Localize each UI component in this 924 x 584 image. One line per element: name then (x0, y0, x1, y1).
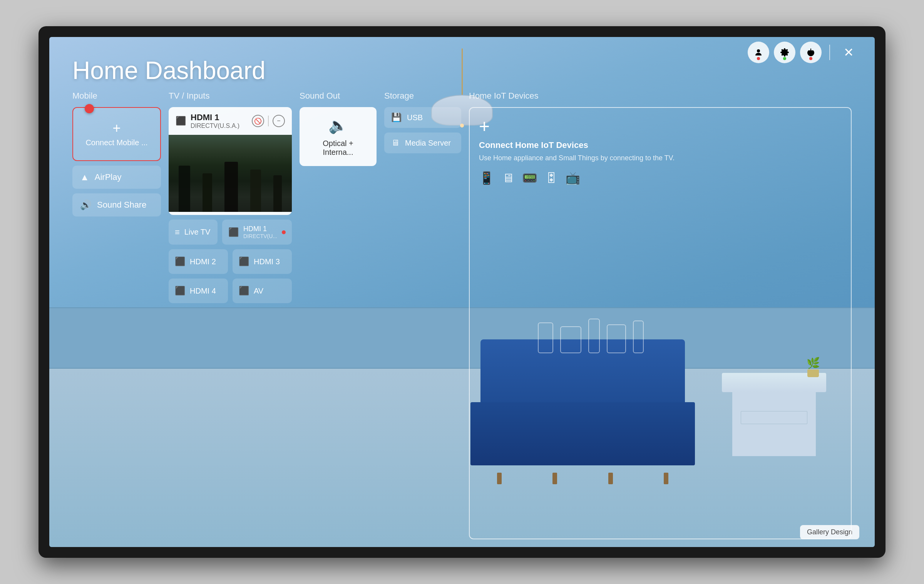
media-server-icon: 🖥 (391, 138, 400, 148)
top-icons-group: ✕ (748, 42, 859, 63)
profile-dot (757, 57, 760, 60)
dashboard-grid: Mobile + Connect Mobile ... ▲ AirPlay 🔊 … (72, 91, 852, 539)
hdmi1b-icon: ⬛ (228, 227, 239, 237)
media-server-item[interactable]: 🖥 Media Server (384, 133, 461, 153)
power-dot (809, 57, 812, 60)
gear-icon (780, 48, 789, 57)
page-title: Home Dashboard (72, 56, 266, 85)
sound-out-card[interactable]: 🔈 Optical + Interna... (300, 107, 377, 166)
close-button[interactable]: ✕ (838, 42, 859, 63)
divider (829, 45, 830, 60)
sound-share-label: Sound Share (97, 200, 146, 210)
hdmi1-title-area: ⬛ HDMI 1 DIRECTV(U.S.A.) (176, 112, 239, 129)
small-cards-row: ≡ Live TV ⬛ HDMI 1 DIRECTV(U... (169, 220, 292, 245)
iot-device-1: 📱 (479, 171, 494, 185)
sound-device-text: Optical + Interna... (309, 139, 367, 157)
iot-device-5: 📺 (565, 171, 581, 185)
cursor-dot (85, 104, 94, 113)
storage-label: Storage (384, 91, 461, 101)
power-button[interactable] (800, 42, 822, 63)
iot-column: Home IoT Devices + Connect Home IoT Devi… (469, 91, 852, 539)
airplay-icon: ▲ (80, 172, 89, 183)
storage-column: Storage 💾 USB 🖥 Media Server (384, 91, 461, 539)
usb-item[interactable]: 💾 USB (384, 107, 461, 128)
iot-plus-icon: + (479, 117, 842, 136)
hdmi4-av-row: ⬛ HDMI 4 ⬛ AV (169, 279, 292, 303)
tv-screen: 🌿 (49, 37, 875, 547)
iot-device-4: 🎛 (545, 171, 557, 185)
no-signal-icon[interactable]: 🚫 (252, 115, 264, 127)
power-icon (806, 48, 815, 57)
sound-out-label: Sound Out (300, 91, 377, 101)
action-divider (268, 116, 269, 126)
connect-mobile-card[interactable]: + Connect Mobile ... (72, 107, 161, 161)
sound-out-column: Sound Out 🔈 Optical + Interna... (300, 91, 377, 539)
av-label: AV (254, 287, 263, 295)
tv-inputs-label: TV / Inputs (169, 91, 292, 101)
settings-dot (783, 57, 786, 60)
hdmi1-sub: DIRECTV(U.S.A.) (191, 123, 239, 129)
connect-mobile-label: Connect Mobile ... (85, 138, 147, 147)
av-card[interactable]: ⬛ AV (233, 279, 292, 303)
hdmi1b-name: HDMI 1 (243, 225, 277, 233)
livetv-label: Live TV (184, 228, 210, 237)
profile-icon (754, 48, 763, 57)
hdmi1-header: ⬛ HDMI 1 DIRECTV(U.S.A.) 🚫 − (169, 107, 292, 135)
hdmi1-card[interactable]: ⬛ HDMI 1 DIRECTV(U.S.A.) 🚫 − (169, 107, 292, 215)
iot-devices-icons: 📱 🖥 📟 🎛 📺 (479, 171, 842, 185)
iot-connect-card[interactable]: + Connect Home IoT Devices Use Home appl… (469, 107, 852, 539)
hdmi2-icon: ⬛ (175, 257, 185, 267)
hdmi4-icon: ⬛ (175, 286, 185, 296)
tv-frame: 🌿 (38, 26, 886, 558)
mobile-label: Mobile (72, 91, 161, 101)
sound-share-icon: 🔊 (80, 200, 92, 210)
sound-share-button[interactable]: 🔊 Sound Share (72, 193, 161, 216)
mobile-column: Mobile + Connect Mobile ... ▲ AirPlay 🔊 … (72, 91, 161, 539)
hdmi1-preview (169, 135, 292, 212)
airplay-button[interactable]: ▲ AirPlay (72, 166, 161, 189)
hdmi3-icon: ⬛ (239, 257, 249, 267)
iot-title: Connect Home IoT Devices (479, 140, 842, 150)
usb-label: USB (407, 113, 423, 122)
usb-icon: 💾 (391, 112, 402, 123)
red-indicator (282, 230, 286, 234)
airplay-label: AirPlay (95, 172, 122, 182)
hdmi2-3-row: ⬛ HDMI 2 ⬛ HDMI 3 (169, 249, 292, 274)
iot-desc: Use Home appliance and Small Things by c… (479, 153, 842, 163)
hdmi4-label: HDMI 4 (190, 287, 216, 295)
hdmi1-actions: 🚫 − (252, 115, 285, 127)
profile-button[interactable] (748, 42, 769, 63)
connect-plus-icon: + (112, 121, 121, 135)
speaker-icon: 🔈 (328, 116, 348, 134)
av-icon: ⬛ (239, 286, 249, 296)
tv-inputs-column: TV / Inputs ⬛ HDMI 1 DIRECTV(U.S.A.) 🚫 (169, 91, 292, 539)
livetv-icon: ≡ (175, 227, 180, 237)
hdmi3-label: HDMI 3 (254, 257, 280, 266)
svg-point-0 (757, 49, 760, 52)
hdmi-connector-icon: ⬛ (176, 116, 186, 126)
livetv-card[interactable]: ≡ Live TV (169, 220, 218, 245)
hdmi3-card[interactable]: ⬛ HDMI 3 (233, 249, 292, 274)
media-server-label: Media Server (405, 139, 451, 148)
iot-label: Home IoT Devices (469, 91, 852, 101)
iot-device-3: 📟 (522, 171, 537, 185)
video-figures (169, 150, 292, 212)
settings-button[interactable] (774, 42, 795, 63)
iot-device-2: 🖥 (502, 171, 514, 185)
hdmi1b-sub: DIRECTV(U... (243, 233, 277, 239)
hdmi4-card[interactable]: ⬛ HDMI 4 (169, 279, 228, 303)
hdmi1b-card[interactable]: ⬛ HDMI 1 DIRECTV(U... (222, 220, 292, 245)
hdmi2-label: HDMI 2 (190, 257, 216, 266)
minus-icon[interactable]: − (273, 115, 285, 127)
hdmi2-card[interactable]: ⬛ HDMI 2 (169, 249, 228, 274)
hdmi1-name: HDMI 1 (191, 112, 239, 123)
